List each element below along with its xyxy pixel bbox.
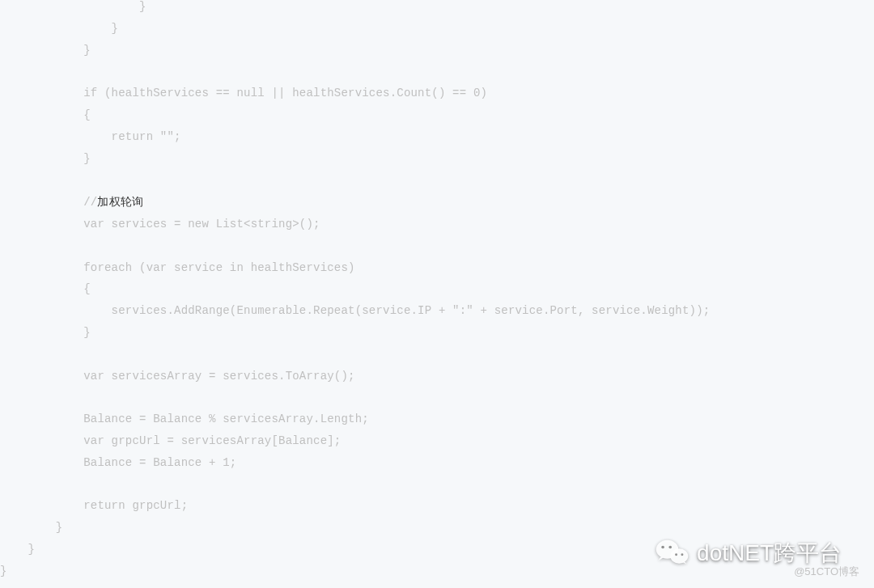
code-comment-line: //加权轮询 — [0, 196, 143, 209]
code-line: Balance = Balance + 1; — [0, 456, 236, 469]
code-line: return grpcUrl; — [0, 499, 188, 512]
code-line: var servicesArray = services.ToArray(); — [0, 370, 355, 383]
svg-point-3 — [668, 546, 672, 549]
code-line: if (healthServices == null || healthServ… — [0, 87, 487, 99]
code-line: { — [0, 282, 91, 295]
code-line: } — [0, 543, 35, 556]
comment-text: 加权轮询 — [97, 195, 143, 208]
code-line: } — [0, 152, 91, 165]
code-line: } — [0, 22, 118, 35]
code-line: } — [0, 521, 62, 534]
code-line: } — [0, 326, 91, 339]
code-line: } — [0, 565, 7, 577]
code-line: { — [0, 108, 91, 121]
wechat-icon — [655, 535, 690, 572]
svg-point-4 — [675, 553, 677, 556]
code-line: var grpcUrl = servicesArray[Balance]; — [0, 434, 341, 447]
code-line: var services = new List<string>(); — [0, 218, 320, 231]
code-line: Balance = Balance % servicesArray.Length… — [0, 412, 369, 425]
svg-point-1 — [670, 549, 688, 564]
code-line: foreach (var service in healthServices) — [0, 261, 355, 274]
credit-watermark: @51CTO博客 — [794, 561, 859, 583]
code-block: } } } if (healthServices == null || heal… — [0, 0, 710, 582]
code-line: } — [0, 44, 91, 57]
svg-point-5 — [681, 553, 684, 556]
code-line: services.AddRange(Enumerable.Repeat(serv… — [0, 304, 710, 317]
code-line: } — [0, 0, 146, 13]
code-line: return ""; — [0, 130, 181, 143]
svg-point-2 — [661, 546, 664, 549]
